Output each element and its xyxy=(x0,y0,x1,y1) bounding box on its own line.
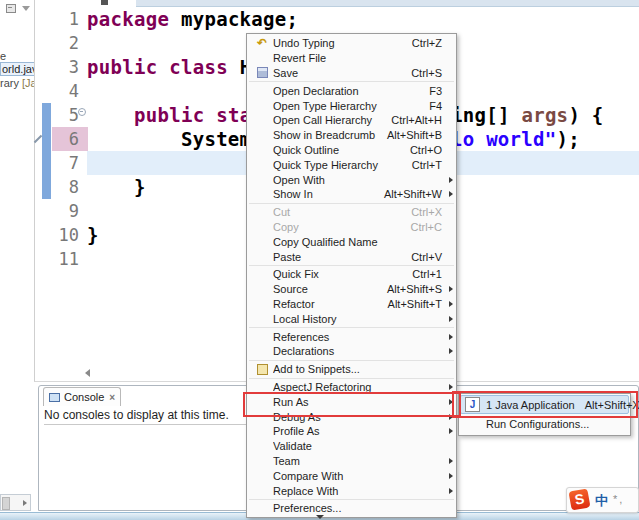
menu-item-shortcut: Ctrl+Z xyxy=(412,37,442,49)
menu-item[interactable]: Save Ctrl+S xyxy=(247,66,456,81)
menu-item[interactable]: ↶ Undo Typing Ctrl+Z xyxy=(247,36,456,51)
menu-item-label: Quick Fix xyxy=(273,268,404,280)
menu-item[interactable]: Cut Ctrl+X xyxy=(247,205,456,220)
menu-item[interactable]: Team xyxy=(247,454,456,469)
menu-item-icon-slot xyxy=(251,424,273,439)
menu-item-label: Refactor xyxy=(273,298,380,310)
menu-item[interactable]: Validate xyxy=(247,439,456,454)
menu-item-icon-slot xyxy=(251,311,273,326)
menu-item[interactable]: Copy Ctrl+C xyxy=(247,220,456,235)
console-tab[interactable]: Console × xyxy=(43,387,121,406)
sogou-logo-icon[interactable]: S xyxy=(568,488,590,510)
menu-item-label: Declarations xyxy=(273,345,434,357)
chevron-right-icon xyxy=(444,286,453,292)
menu-item-icon-slot xyxy=(251,113,273,128)
menu-item-shortcut: Alt+Shift+B xyxy=(387,129,442,141)
ime-toolbar[interactable]: S 中 *, xyxy=(566,487,639,513)
menu-item-shortcut: Alt+Shift+S xyxy=(387,283,442,295)
editor-scrollbar-left-arrow-icon[interactable] xyxy=(85,369,90,377)
line-number: 1 xyxy=(51,9,79,29)
menu-item[interactable]: Quick Fix Ctrl+1 xyxy=(247,267,456,282)
last-edit-marker-icon xyxy=(34,135,42,143)
code-token: public xyxy=(134,104,204,126)
line-number: 5 xyxy=(51,105,79,125)
tree-item-fragment[interactable]: e xyxy=(0,50,6,62)
menu-separator xyxy=(249,360,454,361)
menu-item-icon-slot xyxy=(251,329,273,344)
chevron-right-icon xyxy=(444,488,453,494)
menu-separator xyxy=(249,499,454,500)
menu-item[interactable]: Open Declaration F3 xyxy=(247,83,456,98)
menu-item[interactable]: Declarations xyxy=(247,344,456,359)
view-menu-icon[interactable] xyxy=(22,6,30,11)
menu-item[interactable]: Add to Snippets... xyxy=(247,362,456,377)
menu-item[interactable]: Replace With xyxy=(247,483,456,498)
line-number: 9 xyxy=(51,201,79,221)
save-icon xyxy=(257,67,268,78)
explorer-horizontal-scrollbar[interactable] xyxy=(0,494,31,511)
menu-item-label: Team xyxy=(273,455,434,467)
menu-item-shortcut: Ctrl+T xyxy=(412,159,442,171)
menu-item-shortcut: Ctrl+V xyxy=(411,251,442,263)
menu-item-label: Add to Snippets... xyxy=(273,363,434,375)
console-tab-label: Console xyxy=(64,391,104,403)
line-number: 8 xyxy=(51,177,79,197)
menu-item-icon-slot xyxy=(251,282,273,297)
menu-item-label: Quick Type Hierarchy xyxy=(273,159,404,171)
code-token: args xyxy=(521,104,568,126)
menu-item-label: Replace With xyxy=(273,485,434,497)
scrollbar-handle[interactable] xyxy=(2,497,10,510)
menu-item[interactable]: Preferences... xyxy=(247,501,456,516)
menu-item-icon-slot xyxy=(251,234,273,249)
menu-item[interactable]: Show in Breadcrumb Alt+Shift+B xyxy=(247,128,456,143)
menu-item[interactable]: Source Alt+Shift+S xyxy=(247,282,456,297)
code-text: } xyxy=(87,176,146,198)
menu-item-icon-slot xyxy=(251,501,273,516)
menu-item[interactable]: Open With xyxy=(247,172,456,187)
menu-separator xyxy=(249,203,454,204)
menu-item-shortcut: Alt+Shift+T xyxy=(388,298,442,310)
range-indicator-bar xyxy=(42,103,51,199)
menu-item[interactable]: Paste Ctrl+V xyxy=(247,249,456,264)
menu-item-label: Source xyxy=(273,283,379,295)
menu-item-label: Preferences... xyxy=(273,502,434,514)
code-text: package mypackage; xyxy=(87,8,298,30)
editor-context-menu: ↶ Undo Typing Ctrl+Z Revert File Save Ct… xyxy=(246,33,457,518)
menu-item-shortcut: F4 xyxy=(429,100,442,112)
menu-item-label: Quick Outline xyxy=(273,144,402,156)
code-token xyxy=(204,104,216,126)
menu-item[interactable]: Compare With xyxy=(247,468,456,483)
ime-mode-indicator[interactable]: 中 xyxy=(595,492,608,510)
menu-item-icon-slot xyxy=(251,220,273,235)
menu-item[interactable]: Revert File xyxy=(247,51,456,66)
collapse-all-icon[interactable] xyxy=(6,4,16,13)
menu-item[interactable]: Copy Qualified Name xyxy=(247,234,456,249)
code-token: public xyxy=(87,56,157,78)
code-token: } xyxy=(87,224,99,246)
line-number: 3 xyxy=(51,57,79,77)
line-number: 11 xyxy=(51,249,79,269)
code-token: ); xyxy=(557,128,580,150)
menu-item-icon-slot xyxy=(251,267,273,282)
menu-scroll-down-icon[interactable] xyxy=(316,515,324,519)
scrollbar-right-arrow-icon[interactable] xyxy=(23,500,27,506)
menu-item[interactable]: Quick Type Hierarchy Ctrl+T xyxy=(247,157,456,172)
menu-item[interactable]: Profile As xyxy=(247,424,456,439)
menu-item-label: Copy xyxy=(273,221,403,233)
menu-item-icon-slot xyxy=(251,249,273,264)
menu-item-label: Show in Breadcrumb xyxy=(273,129,379,141)
menu-item[interactable]: Quick Outline Ctrl+O xyxy=(247,143,456,158)
menu-item-icon-slot xyxy=(251,454,273,469)
code-line: 1 package mypackage; xyxy=(51,7,639,31)
menu-item[interactable]: Open Type Hierarchy F4 xyxy=(247,98,456,113)
menu-item-icon-slot: ↶ xyxy=(251,36,273,51)
menu-item[interactable]: Open Call Hierarchy Ctrl+Alt+H xyxy=(247,113,456,128)
annotation-box-java-application xyxy=(452,391,638,418)
menu-item-shortcut: Alt+Shift+W xyxy=(384,188,442,200)
ime-punctuation-indicator[interactable]: *, xyxy=(613,493,624,505)
menu-item[interactable]: Show In Alt+Shift+W xyxy=(247,187,456,202)
menu-item[interactable]: Local History xyxy=(247,311,456,326)
close-icon[interactable]: × xyxy=(109,392,115,403)
menu-item[interactable]: Refactor Alt+Shift+T xyxy=(247,297,456,312)
menu-item[interactable]: References xyxy=(247,329,456,344)
